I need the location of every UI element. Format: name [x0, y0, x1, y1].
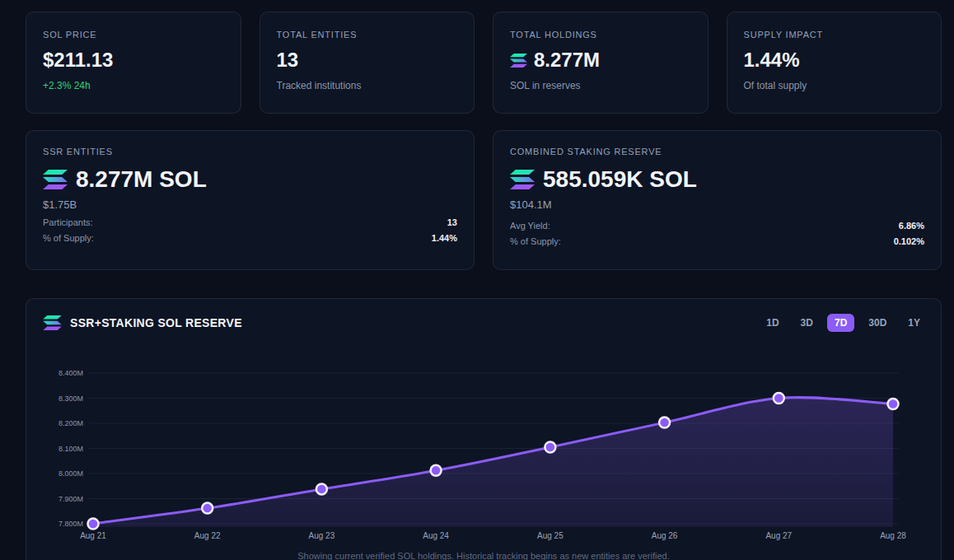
card-label: SSR ENTITIES [43, 147, 457, 156]
dashboard: SOL PRICE $211.13 +2.3% 24h TOTAL ENTITI… [26, 12, 942, 560]
stat-card-total-holdings: TOTAL HOLDINGS 8.277M SOL in reserves [493, 12, 708, 114]
metric-row: % of Supply: 0.102% [510, 236, 924, 246]
reserve-area-chart[interactable]: 8.400M8.300M8.200M8.100M8.000M7.900M7.80… [26, 299, 942, 546]
chart-caption: Showing current verified SOL holdings. H… [26, 551, 941, 560]
svg-text:Aug 21: Aug 21 [80, 531, 106, 540]
range-button-1d[interactable]: 1D [759, 314, 786, 332]
stat-value: $211.13 [43, 50, 224, 70]
svg-text:8.100M: 8.100M [58, 445, 83, 453]
stat-label: SOL PRICE [43, 30, 224, 40]
metrics-list: Participants: 13 % of Supply: 1.44% [43, 217, 457, 243]
time-range-selector: 1D 3D 7D 30D 1Y [759, 314, 928, 332]
range-button-3d[interactable]: 3D [793, 314, 821, 332]
svg-text:Aug 26: Aug 26 [652, 531, 678, 540]
metric-row: Avg Yield: 6.86% [510, 221, 924, 231]
stat-label: SUPPLY IMPACT [744, 30, 925, 40]
metric-value: 0.102% [894, 236, 924, 246]
metric-value: 6.86% [899, 221, 924, 231]
stat-card-total-entities: TOTAL ENTITIES 13 Tracked institutions [260, 12, 475, 114]
stat-label: TOTAL ENTITIES [277, 30, 458, 40]
chart-header: SSR+STAKING SOL RESERVE 1D 3D 7D 30D 1Y [43, 314, 928, 332]
price-change-badge: +2.3% 24h [43, 80, 224, 91]
svg-text:Aug 24: Aug 24 [423, 531, 449, 540]
metric-label: % of Supply: [510, 236, 561, 246]
range-button-7d[interactable]: 7D [827, 314, 854, 332]
reserve-card-combined-staking: COMBINED STAKING RESERVE 585.059K SOL $1… [493, 130, 942, 270]
svg-text:8.200M: 8.200M [58, 419, 83, 427]
reserve-value: 8.277M SOL [43, 168, 457, 191]
stat-value: 8.277M [510, 50, 691, 70]
svg-text:7.900M: 7.900M [58, 495, 83, 503]
svg-text:Aug 28: Aug 28 [880, 531, 906, 540]
svg-text:8.300M: 8.300M [58, 394, 83, 403]
svg-text:8.000M: 8.000M [58, 469, 83, 478]
solana-logo-icon [510, 54, 527, 68]
metric-row: Participants: 13 [43, 217, 457, 227]
metrics-list: Avg Yield: 6.86% % of Supply: 0.102% [510, 221, 924, 246]
card-label: COMBINED STAKING RESERVE [510, 147, 924, 156]
svg-text:Aug 25: Aug 25 [537, 531, 564, 540]
reserve-chart-card: SSR+STAKING SOL RESERVE 1D 3D 7D 30D 1Y … [26, 298, 942, 560]
reserve-card-ssr-entities: SSR ENTITIES 8.277M SOL $1.75B Participa… [26, 130, 475, 270]
chart-title: SSR+STAKING SOL RESERVE [43, 315, 242, 330]
stat-sub: Tracked institutions [277, 80, 458, 91]
range-button-30d[interactable]: 30D [861, 314, 894, 332]
stat-card-sol-price: SOL PRICE $211.13 +2.3% 24h [26, 12, 241, 114]
stats-row: SOL PRICE $211.13 +2.3% 24h TOTAL ENTITI… [26, 12, 942, 114]
solana-logo-icon [43, 315, 62, 330]
svg-text:Aug 22: Aug 22 [194, 531, 221, 540]
stat-value: 13 [277, 50, 458, 70]
metric-value: 1.44% [432, 233, 457, 243]
metric-label: % of Supply: [43, 233, 94, 243]
svg-text:Aug 23: Aug 23 [309, 531, 335, 540]
range-button-1y[interactable]: 1Y [900, 314, 928, 332]
reserve-value: 585.059K SOL [510, 168, 924, 191]
svg-text:7.800M: 7.800M [58, 520, 83, 528]
stat-sub: Of total supply [744, 80, 925, 91]
metric-label: Avg Yield: [510, 221, 550, 231]
usd-value: $1.75B [43, 198, 457, 211]
reserve-row: SSR ENTITIES 8.277M SOL $1.75B Participa… [26, 130, 942, 270]
stat-label: TOTAL HOLDINGS [510, 30, 691, 40]
stat-value: 1.44% [744, 50, 925, 70]
metric-row: % of Supply: 1.44% [43, 233, 457, 243]
metric-label: Participants: [43, 217, 93, 227]
solana-logo-icon [43, 170, 68, 189]
svg-text:8.400M: 8.400M [58, 369, 83, 377]
metric-value: 13 [447, 217, 457, 227]
usd-value: $104.1M [510, 198, 924, 211]
stat-card-supply-impact: SUPPLY IMPACT 1.44% Of total supply [727, 12, 942, 114]
stat-sub: SOL in reserves [510, 80, 691, 91]
svg-text:Aug 27: Aug 27 [765, 531, 792, 540]
solana-logo-icon [510, 170, 535, 189]
